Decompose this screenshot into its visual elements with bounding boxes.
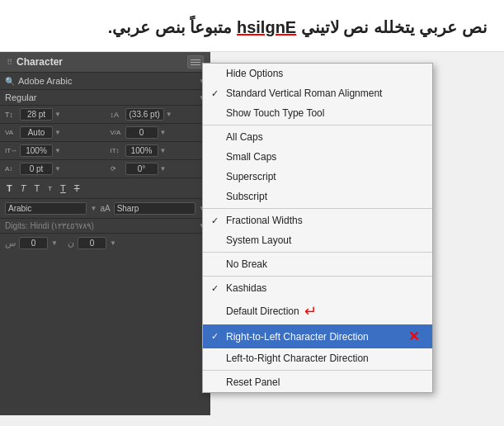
arabic-text-2: متبوعاً بنص عربي.	[108, 18, 237, 36]
tracking-label: V/A	[111, 129, 124, 136]
arabic-text-1: نص عربي يتخلله نص لاتيني	[296, 18, 488, 36]
menu-item-label-small-caps: Small Caps	[226, 151, 276, 163]
leading-row: ↕A (33.6 pt) ▼	[106, 106, 211, 124]
bottom-controls-row: س 0 ▼ ن 0 ▼	[0, 234, 210, 253]
menu-item-ltr-direction[interactable]: Left-to-Right Character Direction	[203, 348, 432, 368]
menu-item-system-layout[interactable]: System Layout	[203, 230, 432, 250]
rotation-value[interactable]: 0°	[125, 163, 158, 175]
tracking-row: V/A 0 ▼	[106, 124, 211, 142]
menu-item-label-reset-panel: Reset Panel	[226, 376, 280, 388]
rotation-label: ⟳	[111, 165, 124, 173]
bottom-arrow-1[interactable]: ▼	[51, 239, 58, 247]
rotation-row: ⟳ 0° ▼	[106, 160, 211, 178]
search-icon: 🔍	[5, 77, 15, 86]
menu-divider-after-system-layout	[203, 252, 432, 253]
menu-item-show-touch[interactable]: Show Touch Type Tool	[203, 103, 432, 123]
menu-item-kashidas[interactable]: Kashidas	[203, 278, 432, 298]
bold-button[interactable]: T	[5, 182, 14, 194]
menu-item-label-fractional-widths: Fractional Widths	[226, 215, 303, 226]
menu-item-reset-panel[interactable]: Reset Panel	[203, 372, 432, 392]
menu-item-hide-options[interactable]: Hide Options	[203, 64, 432, 83]
language-select[interactable]: Arabic	[5, 202, 87, 215]
leading-label: ↕A	[111, 111, 124, 119]
font-style-row: Regular ▼	[0, 90, 210, 106]
panel-header-left: ⠿ Character	[7, 56, 63, 68]
kerning-row: VA Auto ▼	[0, 124, 106, 142]
menu-item-subscript[interactable]: Subscript	[203, 187, 432, 206]
rotation-arrow[interactable]: ▼	[160, 165, 167, 173]
scale-v-row: IT↕ 100% ▼	[106, 142, 211, 160]
font-size-row: T↕ 28 pt ▼	[0, 106, 106, 124]
menu-item-rtl-direction[interactable]: Right-to-Left Character Direction✕	[203, 324, 432, 348]
menu-item-label-show-touch: Show Touch Type Tool	[226, 107, 324, 119]
bottom-arrow-2[interactable]: ▼	[110, 239, 116, 247]
menu-item-standard-vertical[interactable]: Standard Vertical Roman Alignment	[203, 83, 432, 103]
menu-item-label-default-direction: Default Direction	[226, 305, 299, 317]
font-search-row: 🔍 Adobe Arabic ▼	[0, 73, 210, 90]
menu-item-fractional-widths[interactable]: Fractional Widths	[203, 211, 432, 230]
bottom-icon-1: س	[5, 238, 16, 248]
kerning-label: VA	[5, 129, 18, 136]
kerning-value[interactable]: Auto	[20, 126, 53, 139]
menu-item-label-ltr-direction: Left-to-Right Character Direction	[226, 353, 369, 364]
tracking-value[interactable]: 0	[125, 126, 158, 139]
menu-divider-after-subscript	[203, 208, 432, 209]
menu-item-label-all-caps: All Caps	[226, 131, 263, 143]
font-style-display: Regular	[5, 92, 37, 102]
menu-item-label-subscript: Subscript	[226, 191, 267, 202]
font-name-display: Adobe Arabic	[18, 76, 195, 86]
bottom-value-2[interactable]: 0	[78, 237, 106, 249]
character-dropdown-menu: Hide OptionsStandard Vertical Roman Alig…	[202, 63, 433, 393]
panel-title: Character	[16, 56, 63, 68]
menu-item-default-direction[interactable]: Default Direction↵	[203, 298, 432, 324]
baseline-arrow[interactable]: ▼	[54, 165, 61, 173]
scale-h-label: IT↔	[5, 147, 18, 154]
menu-item-label-hide-options: Hide Options	[226, 68, 283, 79]
menu-divider-after-ltr-direction	[203, 370, 432, 371]
lang-arrow[interactable]: ▼	[90, 205, 97, 212]
allcaps-button[interactable]: T	[32, 182, 41, 194]
menu-item-label-kashidas: Kashidas	[226, 282, 266, 294]
menu-divider-after-no-break	[203, 276, 432, 277]
font-size-label: T↕	[5, 111, 18, 119]
rtl-x-mark: ✕	[408, 329, 419, 344]
scale-v-value[interactable]: 100%	[125, 144, 158, 157]
menu-item-small-caps[interactable]: Small Caps	[203, 147, 432, 167]
leading-arrow[interactable]: ▼	[166, 111, 172, 118]
aa-mode-select[interactable]: Sharp	[114, 202, 195, 215]
menu-item-label-system-layout: System Layout	[226, 234, 291, 246]
scale-v-arrow[interactable]: ▼	[160, 147, 167, 154]
top-text-area: نص عربي يتخلله نص لاتيني hsilgnE متبوعاً…	[0, 0, 504, 52]
menu-item-no-break[interactable]: No Break	[203, 254, 432, 274]
panel-drag-handle: ⠿	[7, 58, 12, 67]
baseline-value[interactable]: 0 pt	[20, 163, 53, 175]
size-arrow[interactable]: ▼	[54, 111, 61, 118]
kerning-arrow[interactable]: ▼	[54, 129, 61, 136]
smallcaps-button[interactable]: T	[46, 184, 54, 193]
baseline-label: A↕	[5, 165, 18, 173]
tracking-arrow[interactable]: ▼	[160, 129, 167, 136]
menu-divider-after-show-touch	[203, 125, 432, 125]
bottom-value-1[interactable]: 0	[19, 237, 48, 249]
menu-item-label-rtl-direction: Right-to-Left Character Direction	[226, 331, 369, 343]
font-size-value[interactable]: 28 pt	[20, 108, 53, 121]
menu-item-label-standard-vertical: Standard Vertical Roman Alignment	[226, 88, 382, 99]
menu-item-all-caps[interactable]: All Caps	[203, 127, 432, 147]
scale-h-row: IT↔ 100% ▼	[0, 142, 106, 160]
panel-menu-button[interactable]	[187, 55, 204, 69]
scale-h-value[interactable]: 100%	[20, 144, 53, 157]
scale-h-arrow[interactable]: ▼	[54, 147, 61, 154]
type-style-row: T T T T T T	[0, 178, 210, 199]
main-container: ⠿ Character 🔍 Adobe Arabic ▼ Regular ▼ T…	[0, 52, 504, 415]
strikethrough-button[interactable]: T	[73, 182, 82, 194]
baseline-row: A↕ 0 pt ▼	[0, 160, 106, 178]
aa-label: aA	[100, 204, 110, 213]
underline-button[interactable]: T	[59, 182, 68, 194]
default-direction-arrow: ↵	[304, 302, 317, 320]
menu-item-superscript[interactable]: Superscript	[203, 167, 432, 187]
metrics-grid: T↕ 28 pt ▼ ↕A (33.6 pt) ▼ VA Auto ▼ V/A …	[0, 106, 210, 178]
menu-item-label-no-break: No Break	[226, 258, 267, 270]
language-row: Arabic ▼ aA Sharp ▼	[0, 199, 210, 219]
italic-button[interactable]: T	[19, 182, 28, 194]
leading-value[interactable]: (33.6 pt)	[125, 108, 164, 121]
